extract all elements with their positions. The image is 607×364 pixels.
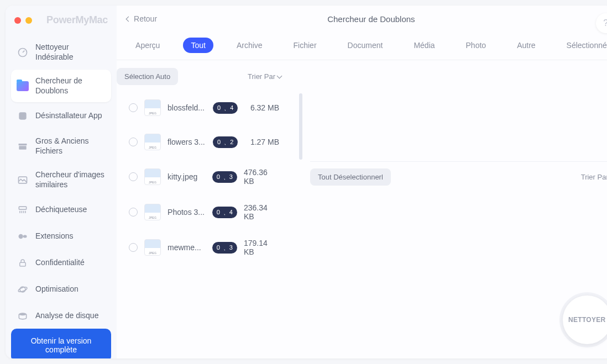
sidebar-item-label: Gros & Anciens Fichiers (35, 136, 106, 156)
tabs: Aperçu Tout Archive Fichier Document Méd… (117, 28, 607, 60)
sidebar-item-label: Désinstallateur App (35, 111, 102, 121)
sidebar-item-similar-images[interactable]: Chercheur d'images similaires (11, 163, 111, 196)
tab-photo[interactable]: Photo (458, 38, 494, 53)
file-name: kitty.jpeg (168, 172, 206, 181)
svg-rect-1 (19, 112, 26, 119)
gauge-icon (17, 46, 29, 59)
disk-icon (17, 310, 29, 322)
svg-rect-7 (23, 235, 27, 238)
sidebar-item-privacy[interactable]: Confidentialité (11, 250, 111, 276)
checkbox[interactable] (129, 138, 138, 146)
header: Retour Chercheur de Doublons ? (117, 6, 607, 28)
shredder-icon (17, 204, 29, 216)
chevron-left-icon (126, 16, 132, 22)
file-size: 6.32 MB (250, 103, 279, 112)
preview-sort-dropdown[interactable]: Trier Par (581, 173, 607, 181)
tab-tout[interactable]: Tout (183, 38, 213, 53)
sidebar-item-disk-analysis[interactable]: Analyse de disque (11, 303, 111, 329)
clean-button[interactable]: NETTOYER (563, 296, 607, 344)
tab-apercu[interactable]: Aperçu (128, 38, 168, 53)
main-panel: Retour Chercheur de Doublons ? Aperçu To… (117, 6, 607, 358)
sidebar-item-large-old-files[interactable]: Gros & Anciens Fichiers (11, 130, 111, 162)
file-row[interactable]: flowers 3... 0 ﹑ 2 1.27 MB (117, 125, 301, 159)
file-row[interactable]: kitty.jpeg 0 ﹑ 3 476.36 KB (117, 159, 301, 194)
file-size: 1.27 MB (250, 138, 279, 146)
tab-media[interactable]: Média (406, 38, 442, 53)
sort-label: Trier Par (248, 72, 275, 81)
tab-fichier[interactable]: Fichier (286, 38, 325, 53)
traffic-lights (14, 17, 32, 24)
sidebar-item-extensions[interactable]: Extensions (11, 224, 111, 249)
tab-document[interactable]: Document (340, 38, 391, 53)
count-badge: 0 ﹑ 3 (212, 171, 237, 183)
upgrade-button[interactable]: Obtenir la version complète (11, 329, 111, 358)
count-badge: 0 ﹑ 2 (213, 136, 238, 148)
count-badge: 0 ﹑ 3 (212, 242, 237, 254)
sidebar-item-label: Nettoyeur Indésirable (35, 43, 106, 62)
sidebar-item-optimization[interactable]: Optimisation (11, 277, 111, 302)
file-name: Photos 3... (168, 208, 206, 217)
file-size: 476.36 KB (244, 168, 279, 186)
close-icon[interactable] (14, 17, 21, 24)
sidebar-item-shredder[interactable]: Déchiqueteuse (11, 197, 111, 223)
preview-controls: Tout Déselectionnerl Trier Par (310, 168, 607, 186)
file-list-pane: Sélection Auto Trier Par blossfeld... 0 … (117, 60, 305, 358)
checkbox[interactable] (129, 208, 138, 217)
jpeg-thumbnail-icon (144, 134, 161, 150)
sort-by-dropdown[interactable]: Trier Par (248, 72, 281, 81)
back-button[interactable]: Retour (127, 14, 157, 23)
file-name: flowers 3... (168, 138, 206, 146)
file-size: 236.34 KB (244, 203, 279, 221)
sidebar-item-label: Chercheur d'images similaires (35, 170, 106, 189)
sidebar-item-label: Chercheur de Doublons (35, 76, 106, 96)
divider (310, 161, 607, 162)
app-icon (17, 110, 29, 122)
back-label: Retour (134, 14, 157, 23)
puzzle-icon (17, 230, 29, 242)
jpeg-thumbnail-icon (144, 204, 161, 220)
svg-point-6 (19, 234, 23, 239)
file-row[interactable]: mewme... 0 ﹑ 3 179.14 KB (117, 230, 301, 265)
sidebar-item-junk-cleaner[interactable]: Nettoyeur Indésirable (11, 36, 111, 68)
image-icon (17, 174, 29, 186)
sidebar-item-label: Déchiqueteuse (35, 205, 87, 215)
sidebar-item-label: Optimisation (35, 284, 79, 294)
tab-archive[interactable]: Archive (229, 38, 270, 53)
brand-label: PowerMyMac (46, 14, 108, 26)
file-row[interactable]: blossfeld... 0 ﹑ 4 6.32 MB (117, 91, 301, 125)
list-controls: Sélection Auto Trier Par (117, 68, 305, 91)
svg-point-10 (18, 286, 28, 293)
checkbox[interactable] (129, 103, 138, 112)
file-list: blossfeld... 0 ﹑ 4 6.32 MB flowers 3... … (117, 91, 305, 265)
minimize-icon[interactable] (25, 17, 32, 24)
jpeg-thumbnail-icon (144, 168, 161, 185)
tab-selectionne[interactable]: Sélectionné (559, 38, 607, 53)
auto-select-button[interactable]: Sélection Auto (117, 68, 178, 85)
deselect-all-button[interactable]: Tout Déselectionnerl (310, 168, 391, 186)
archive-icon (17, 140, 29, 152)
file-row[interactable]: Photos 3... 0 ﹑ 4 236.34 KB (117, 194, 301, 230)
sidebar-item-label: Analyse de disque (35, 311, 98, 321)
file-size: 179.14 KB (244, 239, 279, 256)
svg-point-11 (19, 313, 26, 315)
tab-autre[interactable]: Autre (509, 38, 543, 53)
svg-rect-5 (19, 207, 26, 209)
sidebar-item-label: Extensions (35, 231, 73, 241)
preview-pane: Tout Déselectionnerl Trier Par (305, 60, 607, 358)
file-name: mewme... (168, 243, 206, 252)
sidebar-item-label: Confidentialité (35, 258, 85, 268)
sidebar-item-app-uninstaller[interactable]: Désinstallateur App (11, 103, 111, 129)
checkbox[interactable] (129, 172, 138, 181)
svg-rect-2 (19, 144, 27, 145)
scrollbar[interactable] (299, 93, 302, 160)
sidebar-item-duplicate-finder[interactable]: Chercheur de Doublons (11, 70, 111, 102)
folder-icon (17, 80, 29, 92)
app-window: PowerMyMac Nettoyeur Indésirable Cherche… (6, 6, 607, 358)
planet-icon (17, 283, 29, 296)
sidebar-nav: Nettoyeur Indésirable Chercheur de Doubl… (11, 36, 111, 329)
checkbox[interactable] (129, 243, 138, 252)
jpeg-thumbnail-icon (144, 99, 161, 116)
svg-rect-3 (19, 146, 26, 150)
file-name: blossfeld... (168, 103, 206, 112)
sidebar: PowerMyMac Nettoyeur Indésirable Cherche… (6, 6, 117, 358)
